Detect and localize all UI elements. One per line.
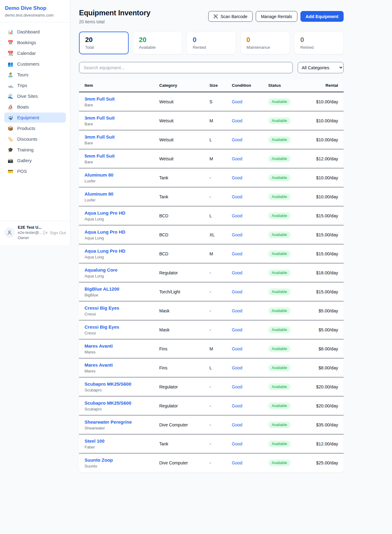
condition-link[interactable]: Good bbox=[232, 384, 268, 389]
rental-cell: $10.00/day bbox=[306, 118, 338, 123]
stats-row: 20 Total 20 Available 0 Rented 0 Mainten… bbox=[79, 32, 344, 54]
sidebar-item-products[interactable]: 📦 Products bbox=[4, 123, 66, 133]
table-row: Suunto Zoop Suunto Dive Computer - Good … bbox=[79, 453, 344, 472]
item-name-link[interactable]: 5mm Full Suit bbox=[85, 153, 159, 158]
item-name-link[interactable]: Scubapro MK25/S600 bbox=[85, 381, 159, 387]
item-name-link[interactable]: Scubapro MK25/S600 bbox=[85, 400, 159, 406]
island-icon: 🏝️ bbox=[7, 72, 13, 77]
table-row: Aqualung Core Aqua Lung Regulator - Good… bbox=[79, 263, 344, 282]
condition-link[interactable]: Good bbox=[232, 422, 268, 427]
item-name-link[interactable]: Aqua Lung Pro HD bbox=[85, 248, 159, 254]
sidebar-item-tours[interactable]: 🏝️ Tours bbox=[4, 70, 66, 80]
condition-link[interactable]: Good bbox=[232, 460, 268, 465]
item-name-link[interactable]: Aluminum 80 bbox=[85, 191, 159, 196]
sidebar-item-label: Calendar bbox=[17, 51, 36, 56]
condition-link[interactable]: Good bbox=[232, 213, 268, 218]
condition-link[interactable]: Good bbox=[232, 289, 268, 294]
stat-card-retired[interactable]: 0 Retired bbox=[294, 32, 344, 54]
stat-card-rented[interactable]: 0 Rented bbox=[187, 32, 236, 54]
add-equipment-button[interactable]: Add Equipment bbox=[300, 11, 344, 22]
category-cell: Tank bbox=[159, 441, 209, 446]
item-name-link[interactable]: 3mm Full Suit bbox=[85, 134, 159, 139]
item-name-link[interactable]: Steel 100 bbox=[85, 438, 159, 444]
condition-link[interactable]: Good bbox=[232, 365, 268, 370]
sign-out-button[interactable]: Sign Out bbox=[43, 231, 66, 235]
condition-link[interactable]: Good bbox=[232, 441, 268, 446]
condition-link[interactable]: Good bbox=[232, 175, 268, 180]
column-header-rental: Rental bbox=[306, 83, 338, 88]
avatar bbox=[4, 227, 15, 238]
sidebar-nav: 📊 Dashboard 📅 Bookings 📆 Calendar 👥 Cust… bbox=[0, 22, 70, 221]
condition-link[interactable]: Good bbox=[232, 194, 268, 199]
sidebar-item-boats[interactable]: ⛵ Boats bbox=[4, 102, 66, 112]
column-header-category: Category bbox=[159, 83, 209, 88]
sign-out-label: Sign Out bbox=[50, 231, 66, 235]
sidebar-item-training[interactable]: 🎓 Training bbox=[4, 145, 66, 155]
item-name-link[interactable]: Mares Avanti bbox=[85, 362, 159, 368]
page-header-text: Equipment Inventory 20 items total bbox=[79, 9, 150, 24]
item-name-link[interactable]: Aqua Lung Pro HD bbox=[85, 210, 159, 216]
sidebar-item-trips[interactable]: 🛥️ Trips bbox=[4, 80, 66, 90]
sidebar-item-discounts[interactable]: 🏷️ Discounts bbox=[4, 134, 66, 144]
stat-card-available[interactable]: 20 Available bbox=[133, 32, 183, 54]
condition-link[interactable]: Good bbox=[232, 99, 268, 104]
item-name-link[interactable]: Cressi Big Eyes bbox=[85, 324, 159, 330]
sidebar-item-label: Bookings bbox=[17, 40, 36, 45]
graduation-cap-icon: 🎓 bbox=[7, 147, 13, 152]
size-cell: - bbox=[209, 384, 232, 389]
manage-rentals-button[interactable]: Manage Rentals bbox=[256, 11, 297, 22]
sidebar-item-bookings[interactable]: 📅 Bookings bbox=[4, 37, 66, 48]
sidebar-item-calendar[interactable]: 📆 Calendar bbox=[4, 48, 66, 58]
sidebar-item-dive-sites[interactable]: 🌊 Dive Sites bbox=[4, 91, 66, 101]
item-brand: Luxfer bbox=[85, 198, 159, 202]
item-name-link[interactable]: BigBlue AL1200 bbox=[85, 286, 159, 292]
condition-link[interactable]: Good bbox=[232, 156, 268, 161]
item-name-link[interactable]: Aqua Lung Pro HD bbox=[85, 229, 159, 235]
item-name-link[interactable]: 3mm Full Suit bbox=[85, 115, 159, 120]
condition-link[interactable]: Good bbox=[232, 403, 268, 408]
condition-link[interactable]: Good bbox=[232, 137, 268, 142]
shop-name: Demo Dive Shop bbox=[5, 5, 65, 11]
credit-card-icon: 💳 bbox=[7, 169, 13, 174]
condition-link[interactable]: Good bbox=[232, 251, 268, 256]
sidebar-item-pos[interactable]: 💳 POS bbox=[4, 166, 66, 176]
item-name-link[interactable]: Shearwater Peregrine bbox=[85, 419, 159, 425]
stat-card-maintenance[interactable]: 0 Maintenance bbox=[240, 32, 290, 54]
category-cell: Wetsuit bbox=[159, 118, 209, 123]
category-cell: Tank bbox=[159, 194, 209, 199]
condition-link[interactable]: Good bbox=[232, 346, 268, 351]
sidebar-item-equipment[interactable]: 🤿 Equipment bbox=[4, 113, 66, 123]
item-cell: Aqua Lung Pro HD Aqua Lung bbox=[85, 229, 159, 240]
log-out-icon bbox=[43, 231, 48, 235]
sidebar-item-gallery[interactable]: 📸 Gallery bbox=[4, 155, 66, 166]
status-cell: Available bbox=[268, 402, 306, 409]
status-cell: Available bbox=[268, 288, 306, 295]
condition-link[interactable]: Good bbox=[232, 327, 268, 332]
item-name-link[interactable]: Suunto Zoop bbox=[85, 457, 159, 463]
item-name-link[interactable]: Cressi Big Eyes bbox=[85, 305, 159, 311]
status-cell: Available bbox=[268, 231, 306, 238]
condition-link[interactable]: Good bbox=[232, 308, 268, 313]
scan-barcode-button[interactable]: Scan Barcode bbox=[208, 11, 253, 22]
rental-cell: $8.00/day bbox=[306, 346, 338, 351]
category-select[interactable]: All Categories bbox=[298, 62, 344, 73]
page-title: Equipment Inventory bbox=[79, 9, 150, 17]
item-brand: Mares bbox=[85, 369, 159, 373]
rental-cell: $15.00/day bbox=[306, 289, 338, 294]
item-cell: 3mm Full Suit Bare bbox=[85, 96, 159, 107]
condition-link[interactable]: Good bbox=[232, 232, 268, 237]
sidebar-item-customers[interactable]: 👥 Customers bbox=[4, 59, 66, 69]
table-row: Aqua Lung Pro HD Aqua Lung BCD M Good Av… bbox=[79, 244, 344, 263]
rental-cell: $5.00/day bbox=[306, 308, 338, 313]
condition-link[interactable]: Good bbox=[232, 270, 268, 275]
sidebar-item-dashboard[interactable]: 📊 Dashboard bbox=[4, 27, 66, 37]
status-cell: Available bbox=[268, 212, 306, 219]
condition-link[interactable]: Good bbox=[232, 118, 268, 123]
item-name-link[interactable]: 3mm Full Suit bbox=[85, 96, 159, 101]
status-badge: Available bbox=[268, 269, 291, 276]
search-input[interactable] bbox=[79, 62, 293, 73]
item-name-link[interactable]: Aqualung Core bbox=[85, 267, 159, 273]
item-name-link[interactable]: Aluminum 80 bbox=[85, 172, 159, 177]
stat-card-total[interactable]: 20 Total bbox=[79, 32, 129, 54]
item-name-link[interactable]: Mares Avanti bbox=[85, 343, 159, 349]
